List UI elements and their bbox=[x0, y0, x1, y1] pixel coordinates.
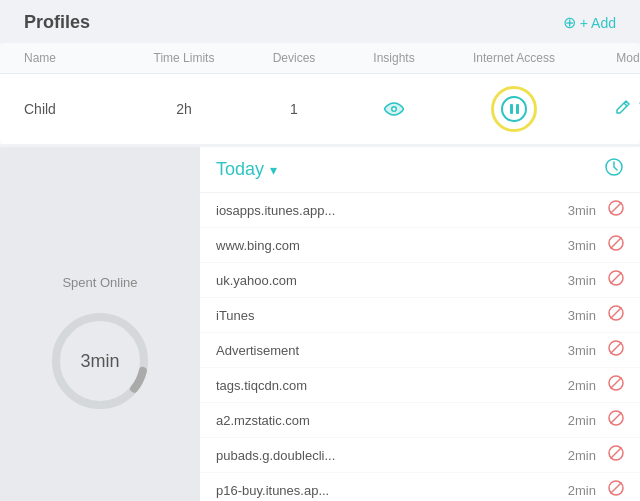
site-time: 2min bbox=[560, 483, 596, 498]
col-name: Name bbox=[24, 51, 124, 65]
col-devices: Devices bbox=[244, 51, 344, 65]
spent-online-label: Spent Online bbox=[62, 275, 137, 290]
modify-actions bbox=[584, 99, 640, 119]
insights-eye-icon[interactable] bbox=[344, 102, 444, 116]
pause-bar-right bbox=[516, 104, 519, 114]
site-name: pubads.g.doublecli... bbox=[216, 448, 560, 463]
site-list-row: tags.tiqcdn.com2min bbox=[200, 368, 640, 403]
block-site-icon[interactable] bbox=[608, 270, 624, 290]
block-site-icon[interactable] bbox=[608, 305, 624, 325]
site-name: iosapps.itunes.app... bbox=[216, 203, 560, 218]
profiles-header: Profiles ⊕ + Add bbox=[0, 0, 640, 43]
add-profile-button[interactable]: ⊕ + Add bbox=[563, 13, 616, 32]
svg-line-6 bbox=[611, 203, 622, 214]
pause-icon bbox=[501, 96, 527, 122]
today-dropdown[interactable]: Today ▾ bbox=[216, 159, 277, 180]
site-list-row: iosapps.itunes.app...3min bbox=[200, 193, 640, 228]
cell-devices: 1 bbox=[244, 101, 344, 117]
svg-line-14 bbox=[611, 343, 622, 354]
site-time: 2min bbox=[560, 448, 596, 463]
block-site-icon[interactable] bbox=[608, 410, 624, 430]
site-name: a2.mzstatic.com bbox=[216, 413, 560, 428]
profiles-table: Name Time Limits Devices Insights Intern… bbox=[0, 43, 640, 145]
svg-line-8 bbox=[611, 238, 622, 249]
site-list-row: uk.yahoo.com3min bbox=[200, 263, 640, 298]
add-label: + Add bbox=[580, 15, 616, 31]
site-name: iTunes bbox=[216, 308, 560, 323]
site-name: www.bing.com bbox=[216, 238, 560, 253]
bottom-panel: Spent Online 3min Today ▾ bbox=[0, 147, 640, 501]
svg-line-10 bbox=[611, 273, 622, 284]
site-name: uk.yahoo.com bbox=[216, 273, 560, 288]
circle-section: Spent Online 3min bbox=[0, 147, 200, 501]
site-time: 3min bbox=[560, 203, 596, 218]
col-modify: Modify bbox=[584, 51, 640, 65]
svg-line-22 bbox=[611, 483, 622, 494]
plus-icon: ⊕ bbox=[563, 13, 576, 32]
pause-internet-button[interactable] bbox=[491, 86, 537, 132]
block-site-icon[interactable] bbox=[608, 375, 624, 395]
history-icon[interactable] bbox=[604, 157, 624, 182]
block-site-icon[interactable] bbox=[608, 200, 624, 220]
site-list-row: iTunes3min bbox=[200, 298, 640, 333]
chevron-down-icon: ▾ bbox=[270, 162, 277, 178]
site-list-row: p16-buy.itunes.ap...2min bbox=[200, 473, 640, 501]
page-title: Profiles bbox=[24, 12, 90, 33]
svg-line-16 bbox=[611, 378, 622, 389]
col-insights: Insights bbox=[344, 51, 444, 65]
col-internet-access: Internet Access bbox=[444, 51, 584, 65]
svg-point-1 bbox=[393, 108, 396, 111]
block-site-icon[interactable] bbox=[608, 445, 624, 465]
site-list-header: Today ▾ bbox=[200, 147, 640, 193]
block-site-icon[interactable] bbox=[608, 235, 624, 255]
cell-internet-access bbox=[444, 86, 584, 132]
site-time: 3min bbox=[560, 308, 596, 323]
site-list-row: a2.mzstatic.com2min bbox=[200, 403, 640, 438]
svg-line-12 bbox=[611, 308, 622, 319]
site-list-row: Advertisement3min bbox=[200, 333, 640, 368]
site-time: 2min bbox=[560, 413, 596, 428]
cell-modify bbox=[584, 99, 640, 119]
circle-center-value: 3min bbox=[80, 350, 119, 371]
site-time: 2min bbox=[560, 378, 596, 393]
svg-line-18 bbox=[611, 413, 622, 424]
site-time: 3min bbox=[560, 343, 596, 358]
table-header: Name Time Limits Devices Insights Intern… bbox=[0, 43, 640, 74]
site-list-row: pubads.g.doublecli...2min bbox=[200, 438, 640, 473]
site-list-section: Today ▾ iosapps.itunes.app...3min www.bi… bbox=[200, 147, 640, 501]
site-time: 3min bbox=[560, 238, 596, 253]
site-name: tags.tiqcdn.com bbox=[216, 378, 560, 393]
cell-insights bbox=[344, 102, 444, 116]
cell-name: Child bbox=[24, 101, 124, 117]
block-site-icon[interactable] bbox=[608, 480, 624, 500]
cell-time-limits: 2h bbox=[124, 101, 244, 117]
site-list: iosapps.itunes.app...3min www.bing.com3m… bbox=[200, 193, 640, 501]
table-row: Child 2h 1 bbox=[0, 74, 640, 145]
pause-bar-left bbox=[510, 104, 513, 114]
edit-icon[interactable] bbox=[615, 99, 631, 119]
circle-chart: 3min bbox=[45, 306, 155, 416]
today-label: Today bbox=[216, 159, 264, 180]
site-time: 3min bbox=[560, 273, 596, 288]
page-container: Profiles ⊕ + Add Name Time Limits Device… bbox=[0, 0, 640, 501]
site-list-row: www.bing.com3min bbox=[200, 228, 640, 263]
site-name: Advertisement bbox=[216, 343, 560, 358]
col-time-limits: Time Limits bbox=[124, 51, 244, 65]
svg-line-20 bbox=[611, 448, 622, 459]
site-name: p16-buy.itunes.ap... bbox=[216, 483, 560, 498]
block-site-icon[interactable] bbox=[608, 340, 624, 360]
